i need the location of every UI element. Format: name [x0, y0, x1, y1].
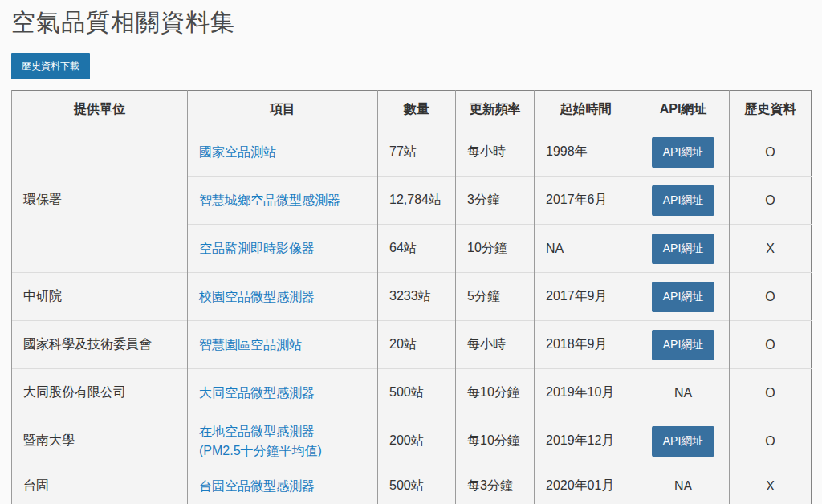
api-url-button[interactable]: API網址: [652, 234, 715, 264]
api-url-button[interactable]: API網址: [652, 330, 715, 360]
history-mark: O: [765, 386, 775, 400]
api-url-cell: API網址: [637, 128, 730, 177]
count-cell: 20站: [378, 321, 456, 369]
history-mark: O: [765, 145, 775, 159]
history-cell: O: [730, 369, 812, 417]
frequency-cell: 每小時: [456, 128, 535, 177]
history-mark: O: [765, 434, 775, 448]
start-time-cell: 2019年12月: [535, 417, 637, 465]
api-url-cell: API網址: [637, 177, 730, 225]
item-cell: 智慧城鄉空品微型感測器: [188, 177, 378, 225]
api-url-na: NA: [674, 479, 692, 493]
start-time-cell: NA: [535, 225, 637, 273]
item-cell: 台固空品微型感測器: [188, 465, 378, 504]
item-link[interactable]: 在地空品微型感測器 (PM2.5十分鐘平均值): [199, 425, 322, 457]
start-time-cell: 2019年10月: [535, 369, 637, 417]
item-link[interactable]: 智慧園區空品測站: [199, 338, 302, 352]
frequency-cell: 每10分鐘: [456, 369, 535, 417]
column-header: 數量: [378, 91, 456, 128]
history-mark: X: [766, 479, 775, 493]
frequency-cell: 3分鐘: [456, 177, 535, 225]
count-cell: 12,784站: [378, 177, 456, 225]
column-header: 歷史資料: [730, 91, 812, 128]
item-cell: 校園空品微型感測器: [188, 273, 378, 321]
frequency-cell: 10分鐘: [456, 225, 535, 273]
provider-cell: 環保署: [12, 128, 188, 273]
count-cell: 200站: [378, 417, 456, 465]
column-header: 更新頻率: [456, 91, 535, 128]
datasets-table: 提供單位項目數量更新頻率起始時間API網址歷史資料 環保署國家空品測站77站每小…: [11, 90, 812, 504]
count-cell: 3233站: [378, 273, 456, 321]
table-row: 國家科學及技術委員會智慧園區空品測站20站每小時2018年9月API網址O: [12, 321, 812, 369]
history-mark: X: [766, 242, 775, 255]
item-cell: 空品監測即時影像器: [188, 225, 378, 273]
item-cell: 國家空品測站: [188, 128, 378, 177]
api-url-cell: API網址: [637, 321, 730, 369]
start-time-cell: 1998年: [535, 128, 637, 177]
frequency-cell: 5分鐘: [456, 273, 535, 321]
history-mark: O: [765, 338, 775, 352]
item-link[interactable]: 台固空品微型感測器: [199, 479, 315, 493]
api-url-button[interactable]: API網址: [652, 185, 715, 216]
table-row: 中研院校園空品微型感測器3233站5分鐘2017年9月API網址O: [12, 273, 812, 321]
history-cell: O: [730, 321, 812, 369]
api-url-na: NA: [674, 386, 692, 400]
count-cell: 77站: [378, 128, 456, 177]
item-cell: 智慧園區空品測站: [188, 321, 378, 369]
table-row: 台固台固空品微型感測器500站每3分鐘2020年01月NAX: [12, 465, 812, 504]
item-link[interactable]: 大同空品微型感測器: [199, 386, 315, 400]
history-cell: O: [730, 273, 812, 321]
history-cell: O: [730, 128, 812, 177]
item-link[interactable]: 國家空品測站: [199, 145, 276, 159]
history-cell: O: [730, 417, 812, 465]
frequency-cell: 每3分鐘: [456, 465, 535, 504]
provider-cell: 國家科學及技術委員會: [12, 321, 188, 369]
start-time-cell: 2017年6月: [535, 177, 637, 225]
api-url-button[interactable]: API網址: [652, 137, 715, 168]
page-title: 空氣品質相關資料集: [11, 6, 811, 39]
history-cell: X: [730, 225, 812, 273]
provider-cell: 中研院: [12, 273, 188, 321]
history-mark: O: [765, 193, 775, 207]
item-cell: 在地空品微型感測器 (PM2.5十分鐘平均值): [188, 417, 378, 465]
column-header: 起始時間: [535, 91, 637, 128]
item-cell: 大同空品微型感測器: [188, 369, 378, 417]
item-link[interactable]: 校園空品微型感測器: [199, 290, 315, 303]
page: 空氣品質相關資料集 歷史資料下載 提供單位項目數量更新頻率起始時間API網址歷史…: [0, 0, 822, 504]
api-url-cell: API網址: [637, 225, 730, 273]
table-row: 環保署國家空品測站77站每小時1998年API網址O: [12, 128, 812, 177]
frequency-cell: 每小時: [456, 321, 535, 369]
api-url-cell: API網址: [637, 417, 730, 465]
api-url-cell: API網址: [637, 273, 730, 321]
table-body: 環保署國家空品測站77站每小時1998年API網址O智慧城鄉空品微型感測器12,…: [12, 128, 812, 504]
api-url-button[interactable]: API網址: [652, 426, 715, 457]
provider-cell: 大同股份有限公司: [12, 369, 188, 417]
item-link[interactable]: 智慧城鄉空品微型感測器: [199, 193, 340, 207]
start-time-cell: 2017年9月: [535, 273, 637, 321]
history-mark: O: [765, 290, 775, 303]
count-cell: 64站: [378, 225, 456, 273]
history-cell: O: [730, 177, 812, 225]
start-time-cell: 2018年9月: [535, 321, 637, 369]
provider-cell: 台固: [12, 465, 188, 504]
history-download-button[interactable]: 歷史資料下載: [11, 53, 90, 79]
table-header-row: 提供單位項目數量更新頻率起始時間API網址歷史資料: [12, 91, 812, 128]
count-cell: 500站: [378, 465, 456, 504]
item-link[interactable]: 空品監測即時影像器: [199, 242, 315, 255]
api-url-cell: NA: [637, 465, 730, 504]
provider-cell: 暨南大學: [12, 417, 188, 465]
history-cell: X: [730, 465, 812, 504]
frequency-cell: 每10分鐘: [456, 417, 535, 465]
column-header: API網址: [637, 91, 730, 128]
table-row: 大同股份有限公司大同空品微型感測器500站每10分鐘2019年10月NAO: [12, 369, 812, 417]
api-url-button[interactable]: API網址: [652, 282, 715, 312]
column-header: 項目: [188, 91, 378, 128]
column-header: 提供單位: [12, 91, 188, 128]
api-url-cell: NA: [637, 369, 730, 417]
start-time-cell: 2020年01月: [535, 465, 637, 504]
table-row: 暨南大學在地空品微型感測器 (PM2.5十分鐘平均值)200站每10分鐘2019…: [12, 417, 812, 465]
count-cell: 500站: [378, 369, 456, 417]
